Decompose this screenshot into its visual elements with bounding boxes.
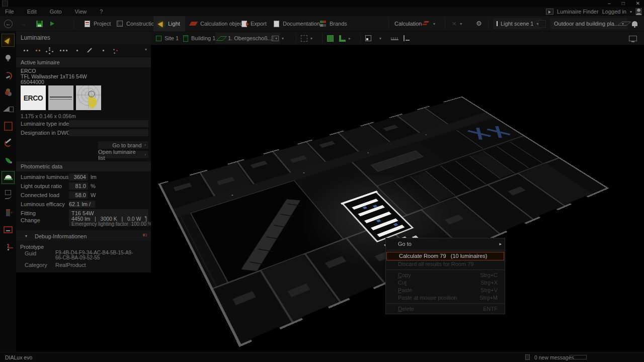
- brands-icon: [320, 21, 326, 27]
- measure-button[interactable]: [391, 31, 398, 45]
- room-fill-button[interactable]: [327, 31, 334, 45]
- pointer-snap-button[interactable]: [404, 31, 410, 45]
- scene-tree-tool[interactable]: [2, 239, 15, 252]
- menu-help[interactable]: ?: [100, 7, 103, 16]
- arrange-polygon-tool[interactable]: [110, 46, 120, 55]
- export-region-tool[interactable]: [2, 222, 15, 235]
- back-button[interactable]: ←: [4, 20, 13, 28]
- column-tool[interactable]: [2, 205, 15, 218]
- frame-tool[interactable]: [2, 120, 15, 133]
- lamp-tool[interactable]: [2, 51, 15, 64]
- connected-load-value[interactable]: 58.0: [69, 192, 88, 199]
- menu-view[interactable]: View: [75, 7, 87, 16]
- selection-frame-button[interactable]: ▾: [301, 31, 312, 45]
- light-output-ratio-value[interactable]: 81.0: [69, 183, 88, 190]
- active-luminaire-header: Active luminaire: [16, 57, 151, 67]
- save-icon[interactable]: [36, 21, 43, 27]
- light-output-ratio-unit: %: [91, 183, 96, 189]
- photometric-curve-thumbnail[interactable]: [76, 85, 101, 110]
- user-avatar[interactable]: [635, 8, 642, 15]
- go-to-brand-button[interactable]: Go to brand ›: [98, 141, 148, 149]
- debug-collapse-icon: ▾: [25, 231, 27, 241]
- surface-view-icon[interactable]: [617, 22, 631, 26]
- change-label[interactable]: Change: [21, 217, 40, 223]
- wrench-icon: [2, 137, 15, 150]
- cancel-calculation-icon[interactable]: ✕: [452, 21, 456, 27]
- fullscreen-view-button[interactable]: [629, 31, 637, 45]
- open-luminaire-list-chevron-icon: ›: [144, 152, 146, 157]
- notifications-bell-icon[interactable]: [632, 21, 637, 26]
- messages-icon[interactable]: [525, 354, 530, 360]
- dimming-tool[interactable]: [2, 103, 15, 116]
- context-menu-separator: [386, 250, 504, 250]
- login-caret-icon[interactable]: ▾: [630, 10, 632, 14]
- aim-luminaire-tool[interactable]: [2, 68, 15, 81]
- context-menu-item-go-to[interactable]: Go to ▸: [386, 239, 505, 248]
- tab-light[interactable]: Light: [153, 16, 185, 31]
- menu-edit[interactable]: Edit: [27, 7, 37, 16]
- messages-status[interactable]: 0 new messages: [534, 352, 574, 362]
- light-scene-select[interactable]: Light scene 1 ▾: [493, 18, 542, 29]
- tab-export[interactable]: Export: [236, 16, 272, 31]
- category-label: Category: [25, 262, 47, 268]
- room-outline-icon: [339, 35, 346, 42]
- origin-caret-button[interactable]: ▾: [379, 31, 381, 45]
- debug-pin-icon[interactable]: [143, 234, 147, 236]
- maintenance-tool[interactable]: [2, 137, 15, 150]
- luminaire-finder-button[interactable]: Luminaire Finder: [557, 9, 599, 15]
- floor-plan-3d-view[interactable]: [158, 97, 609, 347]
- arrange-row-tool[interactable]: [58, 46, 68, 55]
- display-mode-label: Outdoor and building pla...: [554, 21, 619, 27]
- window-restore-button[interactable]: □: [622, 0, 625, 7]
- lamp-bulb-icon: [2, 51, 15, 64]
- menu-file[interactable]: File: [5, 7, 14, 16]
- arrange-pair-tool[interactable]: [19, 46, 29, 55]
- site-chip[interactable]: Site 1: [156, 31, 179, 45]
- column-plus-icon: [2, 205, 15, 218]
- view-mode-button[interactable]: ▾: [272, 31, 284, 45]
- floor-select[interactable]: 1. Obergeschoß... ▾: [215, 33, 280, 44]
- room-outline-button[interactable]: ▸: [339, 31, 351, 45]
- debug-section-header[interactable]: ▾ Debug-Informationen: [16, 230, 151, 240]
- building-chip[interactable]: Building 1: [183, 31, 215, 45]
- scene-option-box[interactable]: [538, 20, 546, 28]
- wallwasher-tool[interactable]: [2, 34, 15, 47]
- coordinate-origin-button[interactable]: [365, 31, 371, 45]
- type-index-input[interactable]: [69, 120, 148, 127]
- window-minimize-button[interactable]: –: [608, 0, 611, 7]
- brand-logo-thumbnail[interactable]: ERCO: [21, 85, 46, 110]
- site-icon: [156, 36, 162, 41]
- curve-tool[interactable]: [2, 188, 15, 201]
- fitting-select[interactable]: T16 54W 4450 lm | 3000 K | 0.0 W | 14 Em…: [69, 209, 148, 226]
- menu-bar: File Edit Goto View ? Luminaire Finder L…: [0, 7, 644, 16]
- dwg-designation-input[interactable]: [69, 129, 148, 136]
- context-menu-item-calculate-room[interactable]: Calculate Room 79 (10 luminaires): [386, 252, 504, 260]
- window-close-button[interactable]: ✕: [636, 0, 640, 7]
- menu-goto[interactable]: Goto: [50, 7, 62, 16]
- arrangement-caret-icon[interactable]: ▾: [145, 47, 147, 52]
- context-menu-item-paste: Paste Strg+V: [386, 287, 505, 294]
- logged-in-button[interactable]: Logged in: [602, 9, 626, 15]
- light-scene-icon: [497, 21, 498, 26]
- tab-brands[interactable]: Brands: [315, 16, 352, 31]
- open-luminaire-list-button[interactable]: Open luminaire list ›: [98, 151, 148, 158]
- arrange-circle-tool[interactable]: [44, 46, 54, 55]
- energy-tool[interactable]: [2, 154, 15, 167]
- arrange-point-tool[interactable]: [98, 46, 108, 55]
- light-color-tool[interactable]: [2, 85, 15, 99]
- luminous-flux-value[interactable]: 3604: [69, 173, 88, 180]
- luminaire-drawing-thumbnail[interactable]: [48, 85, 73, 110]
- daylight-tool[interactable]: [2, 171, 15, 184]
- arrange-pair-alt-tool[interactable]: [31, 46, 41, 55]
- calculation-caret-icon[interactable]: ▾: [433, 22, 435, 26]
- forward-button[interactable]: →: [20, 20, 26, 27]
- calculation-start-icon[interactable]: [424, 21, 430, 27]
- guid-label: Guid: [25, 250, 36, 256]
- arrange-single-tool[interactable]: [72, 46, 82, 55]
- context-menu-item-paste-at-mouse: Paste at mouse position Strg+M: [386, 294, 505, 302]
- tab-project[interactable]: Project: [79, 16, 116, 31]
- settings-gear-icon[interactable]: ⚙: [476, 16, 482, 31]
- cancel-caret-icon[interactable]: ▾: [460, 22, 462, 26]
- wand-tool[interactable]: [85, 46, 95, 55]
- display-mode-select[interactable]: Outdoor and building pla... ▾: [550, 18, 627, 29]
